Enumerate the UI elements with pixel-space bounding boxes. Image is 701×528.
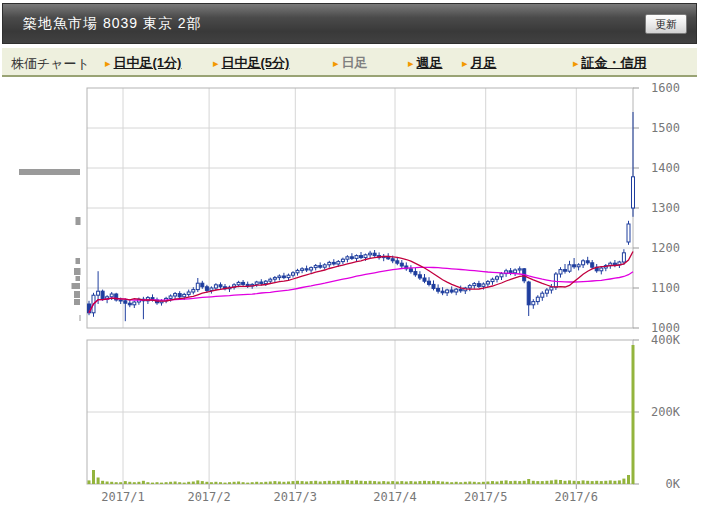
svg-text:1100: 1100 (651, 281, 680, 295)
stock-chart: 2017/12017/22017/32017/42017/52017/61000… (0, 0, 701, 528)
svg-text:1500: 1500 (651, 121, 680, 135)
svg-text:1400: 1400 (651, 161, 680, 175)
svg-text:2017/6: 2017/6 (555, 490, 598, 504)
x-axis-labels: 2017/12017/22017/32017/42017/52017/6 (101, 490, 598, 504)
volume-bars (88, 345, 635, 484)
svg-text:2017/5: 2017/5 (464, 490, 507, 504)
svg-text:1200: 1200 (651, 241, 680, 255)
svg-text:2017/4: 2017/4 (373, 490, 416, 504)
volume-axis-labels: 400K200K0K (633, 333, 681, 491)
svg-text:1600: 1600 (651, 81, 680, 95)
svg-text:1300: 1300 (651, 201, 680, 215)
left-margin-artifacts (19, 169, 81, 321)
svg-text:2017/3: 2017/3 (274, 490, 317, 504)
price-gridlines (87, 128, 633, 288)
candlesticks (88, 112, 635, 321)
price-axis-labels: 1000110012001300140015001600 (633, 81, 680, 335)
svg-text:2017/2: 2017/2 (187, 490, 230, 504)
svg-text:0K: 0K (666, 477, 681, 491)
svg-text:400K: 400K (651, 333, 681, 347)
ma-short-line (89, 252, 633, 313)
svg-text:2017/1: 2017/1 (101, 490, 144, 504)
svg-text:200K: 200K (651, 405, 681, 419)
